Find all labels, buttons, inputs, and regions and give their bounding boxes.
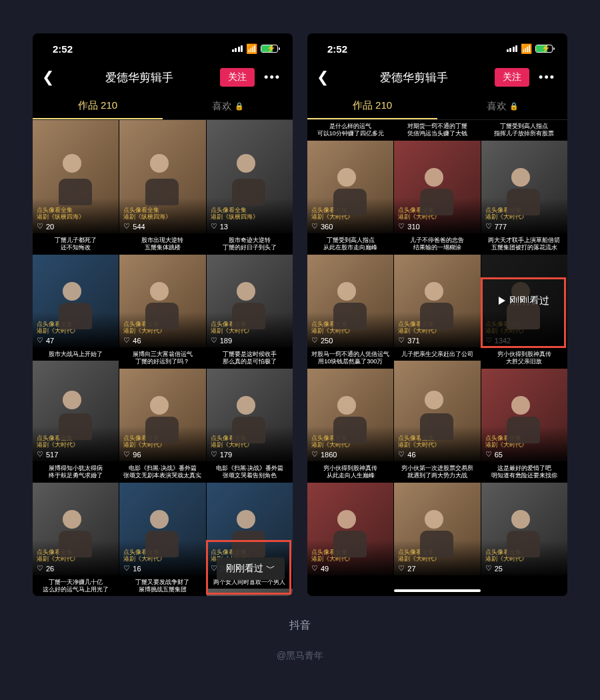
video-cell[interactable]: 儿子不停爸爸的忠告 结果输的一塌糊涂点头像看全集港剧《大时代》♡371 [394,234,480,347]
series-label: 点头像看全集港剧《大时代》 [123,321,201,335]
video-meta: 点头像看全集港剧《大时代》♡360 [307,198,393,233]
video-cell[interactable]: 穷小伙得到股神真传 从此走向人生巅峰点头像看全集港剧《大时代》♡49 [307,462,393,575]
tab-works[interactable]: 作品 210 [307,93,437,119]
video-thumbnail: 点头像看全集港剧《大时代》♡27 [394,483,480,576]
video-thumbnail: 点头像看全集港剧《大时代》♡49 [307,483,393,576]
like-count: ♡96 [123,450,201,459]
video-grid[interactable]: 点头像看全集港剧《纵横四海》♡20点头像看全集港剧《纵横四海》♡544点头像看全… [33,120,293,596]
video-thumbnail: 点头像看全集港剧《大时代》♡777 [481,141,567,234]
video-thumbnail: 点头像看全集港剧《大时代》♡189 [207,255,293,348]
follow-button[interactable]: 关注 [220,68,255,87]
just-watched-pill[interactable]: 刚刚看过﹀ [217,557,285,580]
video-cell[interactable]: 股市出现大逆转 五蟹集体跳楼点头像看全集港剧《大时代》♡46 [119,234,205,347]
video-meta: 点头像看全集港剧《大时代》♡27 [394,540,480,575]
video-title: 展博向三大富翁借运气 丁蟹的好运到了吗？ [119,348,205,369]
video-cell[interactable]: 儿子把亲生父亲赶出了公司点头像看全集港剧《大时代》♡46 [394,348,480,461]
video-title: 丁蟹要是这时候收手 那么真的是可怕极了 [207,348,293,369]
video-cell[interactable]: 股市奇迹大逆转 丁蟹的好日子到头了点头像看全集港剧《大时代》♡189 [207,234,293,347]
video-thumbnail: 点头像看全集港剧《大时代》♡179 [207,369,293,462]
video-cell[interactable]: 股市大战马上开始了点头像看全集港剧《大时代》♡517 [33,348,119,461]
tab-likes[interactable]: 喜欢🔒 [163,93,293,119]
video-cell[interactable]: 丁蟹受到高人指点 从此在股市走向巅峰点头像看全集港剧《大时代》♡250 [307,234,393,347]
more-button[interactable]: ••• [261,71,283,85]
video-cell[interactable]: 是什么样的运气 可以10分钟赚了四亿多元点头像看全集港剧《大时代》♡360 [307,120,393,233]
heart-icon: ♡ [37,222,43,231]
video-cell[interactable]: 点头像看全集港剧《纵横四海》♡20 [33,120,119,233]
heart-icon: ♡ [398,564,405,573]
series-label: 点头像看全集港剧《大时代》 [123,435,201,449]
more-button[interactable]: ••• [536,71,558,85]
heart-icon: ♡ [211,450,217,459]
video-meta: 点头像看全集港剧《大时代》♡189 [207,312,293,347]
profile-username: 爱德华剪辑手 [65,70,213,85]
like-count: ♡27 [398,564,476,573]
video-meta: 点头像看全集港剧《大时代》♡371 [394,312,480,347]
series-label: 点头像看全集港剧《大时代》 [398,435,476,449]
video-title: 穷小伙第一次进股票交易所 就遇到了两大势力大战 [394,462,480,483]
video-thumbnail: 点头像看全集港剧《大时代》♡371 [394,255,480,348]
video-cell[interactable]: 对期货一窍不通的丁蟹 凭借鸿运当头赚了大钱点头像看全集港剧《大时代》♡310 [394,120,480,233]
video-title: 展博得知小犹太得病 终于鼓足勇气求婚了 [33,462,119,483]
back-button[interactable]: ❮ [42,69,58,86]
video-meta: 点头像看全集港剧《大时代》♡179 [207,426,293,461]
video-title: 对股马一窍不通的人凭借运气 用10块钱居然赢了300万 [307,348,393,369]
series-label: 点头像看全集港剧《大时代》 [311,549,389,563]
just-watched-overlay[interactable]: 刚刚看过 [481,255,567,348]
like-count: ♡65 [485,450,563,459]
heart-icon: ♡ [123,336,130,345]
tab-works[interactable]: 作品 210 [33,93,163,119]
back-button[interactable]: ❮ [317,69,333,86]
video-meta: 点头像看全集港剧《纵横四海》♡544 [119,198,205,233]
tab-likes[interactable]: 喜欢🔒 [437,93,567,119]
series-label: 点头像看全集港剧《大时代》 [398,207,476,221]
play-icon [499,297,505,305]
like-count: ♡360 [311,222,389,231]
video-thumbnail: 点头像看全集港剧《大时代》♡517 [33,361,119,461]
lock-icon: 🔒 [235,102,244,111]
video-cell[interactable]: 丁蟹又要发战争财了 展博挑战五蟹集团点头像看全集港剧《大时代》 [119,576,205,596]
status-bar: 2:52 📶 ⚡ [307,33,567,64]
video-title: 对期货一窍不通的丁蟹 凭借鸿运当头赚了大钱 [394,120,480,141]
video-meta: 点头像看全集港剧《大时代》♡517 [33,426,119,461]
like-count: ♡179 [211,450,289,459]
video-meta: 点头像看全集港剧《大时代》♡46 [119,312,205,347]
status-icons: 📶 ⚡ [507,43,553,54]
video-thumbnail: 点头像看全集港剧《大时代》♡65 [481,369,567,462]
like-count: ♡25 [485,564,563,573]
video-meta: 点头像看全集港剧《大时代》♡777 [481,198,567,233]
heart-icon: ♡ [485,222,492,231]
video-cell[interactable]: 展博得知小犹太得病 终于鼓足勇气求婚了点头像看全集港剧《大时代》♡26 [33,462,119,575]
heart-icon: ♡ [123,450,130,459]
series-label: 点头像看全集港剧《大时代》 [485,435,563,449]
video-cell[interactable]: 穷小伙得到股神真传 大胜父亲旧敌点头像看全集港剧《大时代》♡65 [481,348,567,461]
video-cell[interactable]: 电影《扫黑·决战》番外篇 张颂文无剧本表演哭戏太真实点头像看全集港剧《大时代》♡… [119,462,205,575]
video-title: 丁蟹受到高人指点 指挥儿子放掉所有股票 [481,120,567,141]
video-title: 电影《扫黑·决战》番外篇 张颂文哭着告别角色 [207,462,293,483]
video-cell[interactable]: 对股马一窍不通的人凭借运气 用10块钱居然赢了300万点头像看全集港剧《大时代》… [307,348,393,461]
like-count: ♡47 [37,336,115,345]
nav-bar: ❮ 爱德华剪辑手 关注 ••• [307,64,567,93]
video-cell[interactable]: 丁蟹一天净赚几十亿 这么好的运气马上用光了点头像看全集港剧《大时代》 [33,576,119,596]
video-grid[interactable]: 是什么样的运气 可以10分钟赚了四亿多元点头像看全集港剧《大时代》♡360对期货… [307,120,567,596]
video-cell[interactable]: 丁蟹儿子都死了 还不知悔改点头像看全集港剧《大时代》♡47 [33,234,119,347]
series-label: 点头像看全集港剧《大时代》 [485,549,563,563]
video-cell[interactable]: 两大天才联手上演草船借箭 五蟹集团被打的落花流水点头像看全集港剧《大时代》♡13… [481,234,567,347]
video-cell[interactable]: 丁蟹要是这时候收手 那么真的是可怕极了点头像看全集港剧《大时代》♡179 [207,348,293,461]
video-cell[interactable]: 丁蟹受到高人指点 指挥儿子放掉所有股票点头像看全集港剧《大时代》♡777 [481,120,567,233]
follow-button[interactable]: 关注 [495,68,529,87]
status-icons: 📶 ⚡ [232,43,279,54]
signal-icon [507,45,518,52]
video-title: 电影《扫黑·决战》番外篇 张颂文无剧本表演哭戏太真实 [119,462,205,483]
series-label: 点头像看全集港剧《大时代》 [37,435,115,449]
video-cell[interactable]: 这是最好的爱情了吧 明知道有危险还要来找你点头像看全集港剧《大时代》♡25 [481,462,567,575]
like-count: ♡310 [398,222,476,231]
video-cell[interactable]: 穷小伙第一次进股票交易所 就遇到了两大势力大战点头像看全集港剧《大时代》♡27 [394,462,480,575]
home-indicator[interactable] [394,589,481,592]
video-meta: 点头像看全集港剧《纵横四海》♡20 [33,198,119,233]
video-meta: 点头像看全集港剧《大时代》♡1860 [307,426,393,461]
video-cell[interactable]: 展博向三大富翁借运气 丁蟹的好运到了吗？点头像看全集港剧《大时代》♡96 [119,348,205,461]
video-cell[interactable]: 点头像看全集港剧《纵横四海》♡13 [207,120,293,233]
video-cell[interactable]: 点头像看全集港剧《纵横四海》♡544 [119,120,205,233]
heart-icon: ♡ [398,222,405,231]
video-meta: 点头像看全集港剧《大时代》♡47 [33,312,119,347]
